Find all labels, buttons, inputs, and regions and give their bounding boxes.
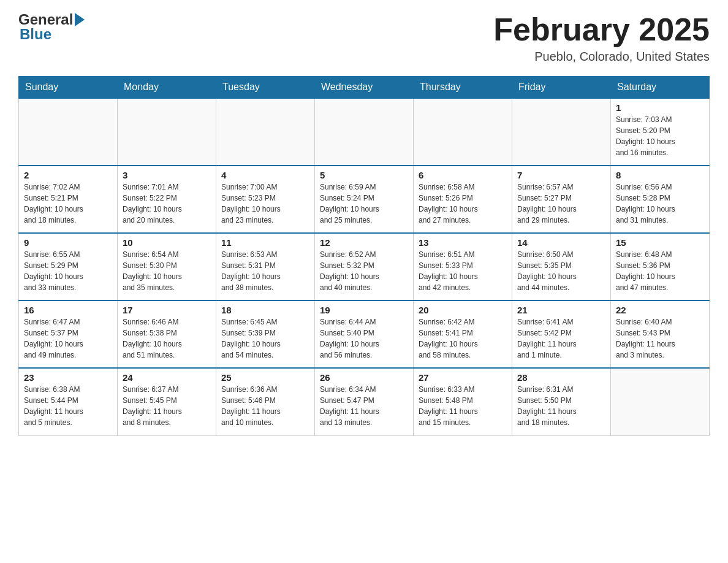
day-info: Sunrise: 6:55 AM Sunset: 5:29 PM Dayligh… [24, 249, 112, 293]
page-header: General Blue February 2025 Pueblo, Color… [18, 12, 710, 64]
day-number: 28 [517, 372, 605, 383]
calendar-cell: 5Sunrise: 6:59 AM Sunset: 5:24 PM Daylig… [315, 166, 414, 233]
day-info: Sunrise: 6:36 AM Sunset: 5:46 PM Dayligh… [221, 384, 309, 428]
day-number: 26 [320, 372, 408, 383]
weekday-header-friday: Friday [512, 77, 611, 99]
calendar-week-row: 9Sunrise: 6:55 AM Sunset: 5:29 PM Daylig… [19, 233, 710, 301]
calendar-cell: 4Sunrise: 7:00 AM Sunset: 5:23 PM Daylig… [216, 166, 315, 233]
day-info: Sunrise: 6:57 AM Sunset: 5:27 PM Dayligh… [517, 182, 605, 226]
day-info: Sunrise: 6:44 AM Sunset: 5:40 PM Dayligh… [320, 316, 408, 361]
day-info: Sunrise: 6:41 AM Sunset: 5:42 PM Dayligh… [517, 316, 605, 361]
logo: General Blue [18, 12, 85, 42]
weekday-header-monday: Monday [118, 77, 216, 99]
logo-chevron-icon [75, 13, 85, 26]
day-info: Sunrise: 7:03 AM Sunset: 5:20 PM Dayligh… [616, 114, 704, 158]
calendar-cell: 2Sunrise: 7:02 AM Sunset: 5:21 PM Daylig… [19, 166, 118, 233]
day-number: 22 [616, 305, 704, 315]
calendar-cell: 1Sunrise: 7:03 AM Sunset: 5:20 PM Daylig… [611, 98, 710, 166]
weekday-header-thursday: Thursday [414, 77, 512, 99]
calendar-cell [216, 98, 315, 166]
day-info: Sunrise: 6:46 AM Sunset: 5:38 PM Dayligh… [123, 316, 211, 361]
day-number: 8 [616, 170, 704, 180]
calendar-cell: 8Sunrise: 6:56 AM Sunset: 5:28 PM Daylig… [611, 166, 710, 233]
day-info: Sunrise: 6:56 AM Sunset: 5:28 PM Dayligh… [616, 182, 704, 226]
day-number: 15 [616, 237, 704, 248]
calendar-cell: 19Sunrise: 6:44 AM Sunset: 5:40 PM Dayli… [315, 301, 414, 368]
calendar-cell [512, 98, 611, 166]
calendar-week-row: 2Sunrise: 7:02 AM Sunset: 5:21 PM Daylig… [19, 166, 710, 233]
calendar-cell: 13Sunrise: 6:51 AM Sunset: 5:33 PM Dayli… [414, 233, 512, 301]
calendar-cell: 28Sunrise: 6:31 AM Sunset: 5:50 PM Dayli… [512, 368, 611, 435]
day-number: 5 [320, 170, 408, 180]
calendar-cell: 25Sunrise: 6:36 AM Sunset: 5:46 PM Dayli… [216, 368, 315, 435]
day-info: Sunrise: 6:38 AM Sunset: 5:44 PM Dayligh… [24, 384, 112, 428]
calendar-cell: 27Sunrise: 6:33 AM Sunset: 5:48 PM Dayli… [414, 368, 512, 435]
day-info: Sunrise: 6:34 AM Sunset: 5:47 PM Dayligh… [320, 384, 408, 428]
day-info: Sunrise: 6:31 AM Sunset: 5:50 PM Dayligh… [517, 384, 605, 428]
calendar-week-row: 1Sunrise: 7:03 AM Sunset: 5:20 PM Daylig… [19, 98, 710, 166]
month-title: February 2025 [493, 12, 710, 47]
day-info: Sunrise: 6:45 AM Sunset: 5:39 PM Dayligh… [221, 316, 309, 361]
weekday-header-wednesday: Wednesday [315, 77, 414, 99]
calendar-cell [611, 368, 710, 435]
calendar-cell: 3Sunrise: 7:01 AM Sunset: 5:22 PM Daylig… [118, 166, 216, 233]
logo-general-text: General [18, 12, 73, 27]
day-number: 19 [320, 305, 408, 315]
calendar-cell [118, 98, 216, 166]
calendar-cell: 22Sunrise: 6:40 AM Sunset: 5:43 PM Dayli… [611, 301, 710, 368]
weekday-header-tuesday: Tuesday [216, 77, 315, 99]
day-info: Sunrise: 6:58 AM Sunset: 5:26 PM Dayligh… [419, 182, 507, 226]
weekday-header-row: SundayMondayTuesdayWednesdayThursdayFrid… [19, 77, 710, 99]
day-number: 10 [123, 237, 211, 248]
day-number: 16 [24, 305, 112, 315]
calendar-cell: 7Sunrise: 6:57 AM Sunset: 5:27 PM Daylig… [512, 166, 611, 233]
day-number: 18 [221, 305, 309, 315]
calendar-cell: 23Sunrise: 6:38 AM Sunset: 5:44 PM Dayli… [19, 368, 118, 435]
calendar-cell [19, 98, 118, 166]
calendar-cell: 16Sunrise: 6:47 AM Sunset: 5:37 PM Dayli… [19, 301, 118, 368]
day-number: 9 [24, 237, 112, 248]
day-number: 27 [419, 372, 507, 383]
calendar-cell: 20Sunrise: 6:42 AM Sunset: 5:41 PM Dayli… [414, 301, 512, 368]
calendar-cell: 17Sunrise: 6:46 AM Sunset: 5:38 PM Dayli… [118, 301, 216, 368]
weekday-header-sunday: Sunday [19, 77, 118, 99]
day-info: Sunrise: 6:42 AM Sunset: 5:41 PM Dayligh… [419, 316, 507, 361]
day-info: Sunrise: 6:54 AM Sunset: 5:30 PM Dayligh… [123, 249, 211, 293]
calendar-week-row: 23Sunrise: 6:38 AM Sunset: 5:44 PM Dayli… [19, 368, 710, 435]
day-number: 1 [616, 102, 704, 113]
day-number: 20 [419, 305, 507, 315]
day-number: 21 [517, 305, 605, 315]
day-number: 2 [24, 170, 112, 180]
day-number: 12 [320, 237, 408, 248]
calendar-cell: 21Sunrise: 6:41 AM Sunset: 5:42 PM Dayli… [512, 301, 611, 368]
calendar-cell: 6Sunrise: 6:58 AM Sunset: 5:26 PM Daylig… [414, 166, 512, 233]
day-info: Sunrise: 6:51 AM Sunset: 5:33 PM Dayligh… [419, 249, 507, 293]
day-info: Sunrise: 6:33 AM Sunset: 5:48 PM Dayligh… [419, 384, 507, 428]
calendar-cell: 26Sunrise: 6:34 AM Sunset: 5:47 PM Dayli… [315, 368, 414, 435]
day-info: Sunrise: 7:00 AM Sunset: 5:23 PM Dayligh… [221, 182, 309, 226]
calendar-cell [315, 98, 414, 166]
day-info: Sunrise: 6:52 AM Sunset: 5:32 PM Dayligh… [320, 249, 408, 293]
calendar-week-row: 16Sunrise: 6:47 AM Sunset: 5:37 PM Dayli… [19, 301, 710, 368]
calendar-table: SundayMondayTuesdayWednesdayThursdayFrid… [18, 76, 710, 436]
calendar-cell: 10Sunrise: 6:54 AM Sunset: 5:30 PM Dayli… [118, 233, 216, 301]
location-title: Pueblo, Colorado, United States [493, 50, 710, 64]
calendar-cell: 12Sunrise: 6:52 AM Sunset: 5:32 PM Dayli… [315, 233, 414, 301]
day-info: Sunrise: 6:50 AM Sunset: 5:35 PM Dayligh… [517, 249, 605, 293]
day-number: 25 [221, 372, 309, 383]
title-block: February 2025 Pueblo, Colorado, United S… [493, 12, 710, 64]
day-number: 6 [419, 170, 507, 180]
day-number: 3 [123, 170, 211, 180]
day-info: Sunrise: 6:53 AM Sunset: 5:31 PM Dayligh… [221, 249, 309, 293]
logo-blue-text: Blue [18, 27, 85, 42]
calendar-cell: 14Sunrise: 6:50 AM Sunset: 5:35 PM Dayli… [512, 233, 611, 301]
weekday-header-saturday: Saturday [611, 77, 710, 99]
calendar-cell: 11Sunrise: 6:53 AM Sunset: 5:31 PM Dayli… [216, 233, 315, 301]
day-number: 14 [517, 237, 605, 248]
day-info: Sunrise: 6:48 AM Sunset: 5:36 PM Dayligh… [616, 249, 704, 293]
day-info: Sunrise: 7:01 AM Sunset: 5:22 PM Dayligh… [123, 182, 211, 226]
calendar-cell: 15Sunrise: 6:48 AM Sunset: 5:36 PM Dayli… [611, 233, 710, 301]
day-number: 4 [221, 170, 309, 180]
day-number: 11 [221, 237, 309, 248]
calendar-cell: 24Sunrise: 6:37 AM Sunset: 5:45 PM Dayli… [118, 368, 216, 435]
